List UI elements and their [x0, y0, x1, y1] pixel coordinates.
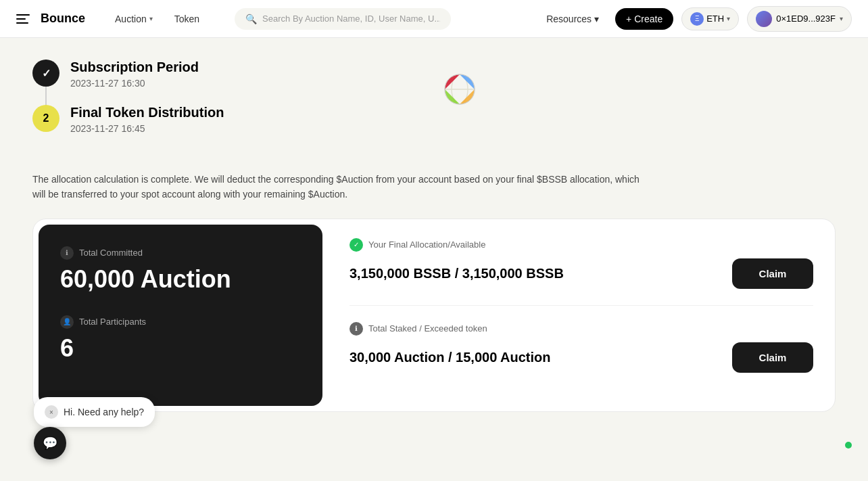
timeline-marker-2: 2 [32, 105, 59, 132]
logo-link[interactable]: Bounce [16, 9, 85, 28]
search-icon: 🔍 [245, 14, 257, 24]
total-committed-value: 60,000 Auction [60, 265, 301, 294]
total-participants-value: 6 [60, 334, 301, 363]
timeline-item-1: ✓ Subscription Period 2023-11-27 16:30 [32, 60, 836, 105]
total-staked-value: 30,000 Auction / 15,000 Auction [349, 348, 551, 366]
check-icon: ✓ [349, 238, 363, 252]
chat-bubble: × Hi. Need any help? [34, 397, 155, 427]
final-allocation-value: 3,150,000 BSSB / 3,150,000 BSSB [349, 265, 564, 282]
subscription-period-title: Subscription Period [70, 60, 199, 75]
timeline-item-2: 2 Final Token Distribution 2023-11-27 16… [32, 105, 836, 150]
allocation-description: The allocation calculation is complete. … [32, 172, 641, 202]
users-icon: 👤 [60, 315, 74, 329]
card-left-panel: ℹ Total Committed 60,000 Auction 👤 Total… [39, 225, 322, 406]
chat-close-button[interactable]: × [45, 405, 58, 419]
final-distribution-date: 2023-11-27 16:45 [70, 123, 224, 134]
chevron-down-icon: ▾ [149, 15, 153, 22]
total-participants-label: 👤 Total Participants [60, 315, 301, 329]
card-divider [349, 305, 813, 306]
chevron-down-icon: ▾ [840, 15, 843, 22]
eth-icon: Ξ [690, 12, 704, 26]
wallet-address-text: 0×1ED9...923F [776, 14, 836, 24]
timeline-content-1: Subscription Period 2023-11-27 16:30 [70, 60, 199, 89]
subscription-period-date: 2023-11-27 16:30 [70, 78, 199, 89]
total-committed-label: ℹ Total Committed [60, 246, 301, 260]
logo-icon [16, 9, 35, 28]
logo-text: Bounce [41, 12, 85, 26]
nav-right: Resources ▾ + Create Ξ ETH ▾ 0×1ED9...92… [538, 6, 852, 32]
card-right-panel: ✓ Your Final Allocation/Available 3,150,… [328, 219, 835, 411]
info-icon: ℹ [60, 246, 74, 260]
final-allocation-section: ✓ Your Final Allocation/Available 3,150,… [349, 238, 813, 289]
chat-message: Hi. Need any help? [64, 407, 144, 417]
search-input[interactable] [262, 14, 440, 24]
online-indicator [845, 442, 852, 449]
nav-menu: Auction ▾ Token [107, 9, 208, 28]
total-staked-row: 30,000 Auction / 15,000 Auction Claim [349, 342, 813, 373]
wallet-address[interactable]: 0×1ED9...923F ▾ [747, 6, 852, 32]
final-distribution-title: Final Token Distribution [70, 105, 224, 120]
chat-fab-button[interactable]: 💬 [34, 427, 66, 459]
create-button[interactable]: + Create [615, 8, 673, 30]
allocation-card: ℹ Total Committed 60,000 Auction 👤 Total… [32, 219, 836, 412]
claim-button-2[interactable]: Claim [732, 342, 813, 373]
total-staked-label: ℹ Total Staked / Exceeded token [349, 322, 813, 336]
chevron-down-icon: ▾ [727, 15, 730, 22]
total-staked-section: ℹ Total Staked / Exceeded token 30,000 A… [349, 322, 813, 373]
timeline-content-2: Final Token Distribution 2023-11-27 16:4… [70, 105, 224, 134]
main-content: ✓ Subscription Period 2023-11-27 16:30 2… [0, 38, 868, 434]
token-menu[interactable]: Token [166, 9, 208, 28]
final-allocation-label: ✓ Your Final Allocation/Available [349, 238, 813, 252]
info-icon-2: ℹ [349, 322, 363, 336]
search-bar[interactable]: 🔍 [235, 8, 451, 30]
eth-label: ETH [706, 14, 724, 24]
auction-menu[interactable]: Auction ▾ [107, 9, 161, 28]
avatar [756, 11, 772, 27]
eth-network-selector[interactable]: Ξ ETH ▾ [681, 7, 739, 30]
timeline: ✓ Subscription Period 2023-11-27 16:30 2… [32, 60, 836, 150]
timeline-marker-1: ✓ [32, 60, 59, 87]
chat-icon: 💬 [43, 436, 57, 451]
chevron-down-icon: ▾ [594, 14, 599, 24]
claim-button-1[interactable]: Claim [732, 258, 813, 289]
resources-button[interactable]: Resources ▾ [538, 9, 607, 28]
navbar: Bounce Auction ▾ Token 🔍 Resources ▾ + C… [0, 0, 868, 38]
final-allocation-row: 3,150,000 BSSB / 3,150,000 BSSB Claim [349, 258, 813, 289]
